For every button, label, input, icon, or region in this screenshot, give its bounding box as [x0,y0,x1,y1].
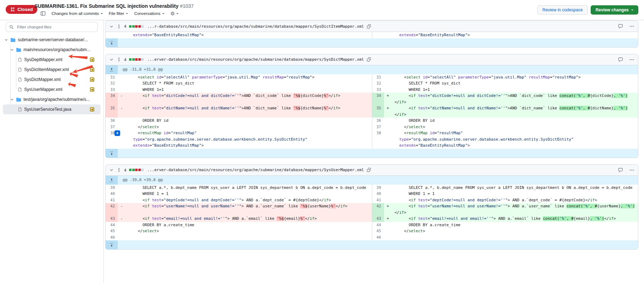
collapse-file-button[interactable] [109,57,114,62]
code-cell-right: <if test="dictName!=null and dictName!='… [392,105,638,118]
line-number-right[interactable]: 42 [372,203,384,216]
kebab-menu-button[interactable] [629,57,634,62]
line-number-left[interactable]: 36 [106,118,118,124]
code-cell-left: ORDER BY a.create_time [126,222,372,228]
line-number-right[interactable]: 34 [372,93,384,105]
line-number-left[interactable]: 42 [106,203,118,216]
line-number-left[interactable]: 40 [106,191,118,197]
code-cell-right: WHERE 1=1 [392,87,638,93]
tree-file-item[interactable]: SysDictMapper.xml [0,75,103,85]
add-comment-button[interactable]: + [115,130,120,136]
expand-up-button[interactable] [106,176,118,185]
code-cell-right: <select id="selectAll" parameterType="ja… [392,74,638,81]
tree-folder-item[interactable]: test/java/org/apache/submarine/s... [0,94,103,104]
line-number-left[interactable]: 32 [106,80,118,87]
diff-row: 42- <if test="userName!=null and userNam… [106,203,638,216]
expand-down-button[interactable] [106,38,118,47]
line-number-left[interactable]: 41 [106,197,118,203]
copy-path-button[interactable] [367,24,371,29]
review-changes-button[interactable]: Review changes [591,5,638,15]
code-cell-right [392,234,638,241]
file-filter-input[interactable] [16,25,94,29]
line-number-left[interactable] [106,32,118,38]
folder-icon [10,37,16,43]
comment-icon[interactable] [618,57,623,62]
line-sign-left [118,118,126,124]
diff-row: 31 <select id="selectAll" parameterType=… [106,74,638,81]
line-number-right[interactable]: 46 [372,234,384,241]
tree-file-item[interactable]: SysUserMapper.xml [0,85,103,94]
diff-file-header: 4...erver-database/src/main/resources/or… [106,165,638,176]
tree-file-item[interactable]: SysDictItemMapper.xml [0,65,103,75]
line-number-right[interactable]: 31 [372,74,384,81]
comment-icon[interactable] [618,168,623,173]
line-number-left[interactable]: 43 [106,216,118,222]
code-cell-right: WHERE 1 = 1 [392,191,638,197]
line-number-left[interactable]: 34 [106,93,118,105]
line-number-right[interactable]: 39 [372,185,384,191]
file-filter-dropdown[interactable]: File filter [109,11,128,16]
line-sign-left [118,191,126,197]
tree-folder-item[interactable]: submarine-server/server-database/... [0,35,103,45]
line-number-right[interactable]: 41 [372,197,384,203]
kebab-menu-button[interactable] [629,168,634,173]
tree-folder-item[interactable]: main/resources/org/apache/subm... [0,45,103,55]
line-number-left[interactable]: 39 [106,185,118,191]
drag-handle-icon[interactable] [117,24,121,29]
line-number-left[interactable]: 45 [106,228,118,234]
changes-count: 4 [124,24,126,28]
line-number-right[interactable]: 38 [372,130,384,149]
line-number-right[interactable]: 40 [372,191,384,197]
file-tree: submarine-server/server-database/...main… [0,34,103,114]
code-cell-left: <if test="deptCode!=null and deptCode!='… [126,197,372,203]
code-line: WHERE 1 = 1 [395,191,638,197]
commits-dropdown[interactable]: Changes from all commits [52,11,103,16]
collapse-file-button[interactable] [109,168,114,172]
expand-down-button[interactable] [106,149,118,158]
code-cell-right: ORDER BY id [392,118,638,124]
line-number-left[interactable]: 31 [106,74,118,81]
sidebar-toggle-button[interactable] [41,11,46,16]
line-sign-right: + [384,105,392,118]
code-cell-right: SELECT * FROM sys_dict [392,80,638,87]
line-number-right[interactable]: 32 [372,80,384,87]
line-number-left[interactable]: 35 [106,105,118,118]
review-in-codespace-button[interactable]: Review in codespace [537,5,587,15]
line-number-right[interactable]: 37 [372,124,384,130]
line-number-right[interactable] [372,32,384,38]
tree-file-item[interactable]: SysUserServiceTest.java [3,104,101,114]
line-sign-left [118,222,126,228]
code-cell-left: <if test="dictCode!=null and dictCode!='… [126,93,372,105]
line-number-left[interactable]: 46 [106,234,118,241]
diff-settings-dropdown[interactable]: ⚙ [170,11,179,16]
tree-file-item[interactable]: SysDeptMapper.xml [0,55,103,65]
drag-handle-icon[interactable] [117,57,121,62]
line-number-left[interactable]: 33 [106,87,118,93]
expand-up-button[interactable] [106,65,118,74]
expand-down-button[interactable] [106,240,118,249]
conversations-dropdown[interactable]: Conversations [134,11,164,16]
chevron-down-icon [162,13,164,15]
code-line: <if test="dictName!=null and dictName!='… [395,105,638,111]
line-number-right[interactable]: 36 [372,118,384,124]
code-cell-left [126,234,372,241]
line-number-right[interactable]: 35 [372,105,384,118]
header-actions: Review in codespace Review changes [537,5,638,15]
kebab-menu-button[interactable] [629,24,634,29]
collapse-file-button[interactable] [109,24,114,29]
files-toolbar: Changes from all commits File filter Con… [41,11,179,16]
code-line: SELECT a.*, b.dept_name FROM sys_user a … [128,185,372,191]
copy-path-button[interactable] [367,168,371,172]
code-cell-left: SELECT * FROM sys_dict [126,80,372,87]
line-number-left[interactable]: 37 [106,124,118,130]
drag-handle-icon[interactable] [117,168,121,172]
line-number-right[interactable]: 33 [372,87,384,93]
line-number-right[interactable]: 43 [372,216,384,222]
copy-path-button[interactable] [367,57,371,62]
diff-row: 43- <if test="email!=null and email!=''"… [106,216,638,222]
line-number-right[interactable]: 44 [372,222,384,228]
comment-icon[interactable] [618,24,623,29]
line-number-right[interactable]: 45 [372,228,384,234]
line-number-left[interactable]: 44 [106,222,118,228]
diff-row: 35- <if test="dictName!=null and dictNam… [106,105,638,118]
